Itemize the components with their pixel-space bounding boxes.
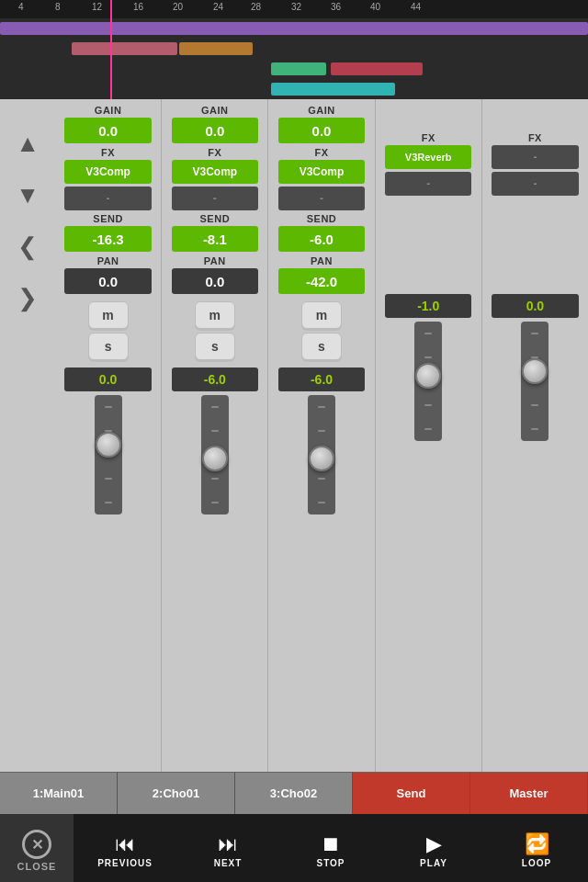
fader-knob-send[interactable] [415, 363, 441, 389]
ruler-mark: 8 [55, 2, 61, 12]
timeline: 4 8 12 16 20 24 28 32 36 40 44 [0, 0, 588, 99]
send-value-ch2[interactable]: -8.1 [172, 226, 258, 252]
channel-strips: GAIN 0.0 FX V3Comp - SEND -16.3 PAN 0.0 … [55, 99, 588, 772]
pan-label-ch1: PAN [97, 255, 119, 266]
ruler-mark: 24 [213, 2, 223, 12]
fader-knob-ch1[interactable] [96, 432, 121, 458]
fader-section-ch1: 0.0 [59, 368, 157, 514]
fx-label-send: FX [422, 132, 435, 143]
track-row-4 [0, 79, 588, 99]
fx2-button-master[interactable]: - [492, 172, 578, 196]
loop-label: LOOP [522, 858, 551, 868]
stop-label: STOP [316, 858, 345, 868]
previous-label: PREVIOUS [97, 858, 153, 868]
ruler-mark: 16 [133, 2, 143, 12]
pan-label-ch3: PAN [311, 255, 333, 266]
fx1-button-master[interactable]: - [492, 145, 578, 169]
track-row-2 [0, 39, 588, 59]
send-label-ch2: SEND [200, 213, 231, 224]
channel-tabs: 1:Main01 2:Cho01 3:Cho02 Send Master [0, 772, 588, 814]
tab-cho02[interactable]: 3:Cho02 [235, 772, 353, 814]
pan-value-ch3[interactable]: -42.0 [278, 268, 365, 294]
track-block [0, 22, 588, 35]
fader-knob-ch2[interactable] [202, 446, 228, 471]
fader-value-ch2[interactable]: -6.0 [172, 368, 258, 391]
channel-master: FX - - 0.0 [482, 99, 588, 772]
nav-up-button[interactable]: ▲ [9, 127, 46, 160]
mute-button-ch2[interactable]: m [195, 301, 235, 329]
fx2-button-ch2[interactable]: - [172, 187, 258, 210]
channel-cho02: GAIN 0.0 FX V3Comp - SEND -6.0 PAN -42.0… [268, 99, 375, 772]
fader-value-master[interactable]: 0.0 [492, 294, 578, 318]
solo-button-ch3[interactable]: s [301, 333, 342, 360]
ruler-mark: 28 [251, 2, 261, 12]
ruler-mark: 44 [411, 2, 421, 12]
fx-label-ch2: FX [208, 147, 221, 158]
mute-solo-ch2: m s [165, 301, 264, 360]
fx1-button-send[interactable]: V3Reverb [385, 145, 471, 169]
fader-track-send[interactable] [414, 322, 442, 441]
mixer: ▲ ▼ ❮ ❯ GAIN 0.0 FX V3Comp - SEND -16.3 … [0, 99, 588, 772]
fader-value-send[interactable]: -1.0 [385, 294, 471, 318]
gain-label-ch1: GAIN [95, 105, 122, 116]
track-block [331, 62, 423, 75]
gain-value-ch2[interactable]: 0.0 [172, 118, 258, 143]
play-button[interactable]: ▶ PLAY [382, 814, 485, 882]
pan-value-ch2[interactable]: 0.0 [172, 268, 258, 294]
ruler-mark: 4 [18, 2, 24, 12]
fader-section-ch2: -6.0 [165, 368, 264, 514]
nav-left-button[interactable]: ❮ [9, 230, 46, 263]
fader-section-ch3: -6.0 [272, 368, 370, 514]
channel-main01: GAIN 0.0 FX V3Comp - SEND -16.3 PAN 0.0 … [55, 99, 162, 772]
fx2-button-ch3[interactable]: - [278, 187, 365, 210]
next-button[interactable]: ⏭ NEXT [176, 814, 279, 882]
close-button[interactable]: ✕ CLOSE [0, 814, 74, 882]
fader-track-master[interactable] [521, 322, 548, 441]
close-label: CLOSE [17, 861, 57, 872]
nav-right-button[interactable]: ❯ [9, 281, 46, 314]
previous-icon: ⏮ [115, 834, 135, 854]
next-icon: ⏭ [218, 834, 238, 854]
mute-button-ch1[interactable]: m [88, 301, 129, 329]
stop-button[interactable]: ⏹ STOP [279, 814, 382, 882]
fader-knob-ch3[interactable] [309, 446, 334, 471]
gain-value-ch3[interactable]: 0.0 [278, 118, 365, 143]
gain-value-ch1[interactable]: 0.0 [64, 118, 151, 143]
tab-main01[interactable]: 1:Main01 [0, 772, 118, 814]
tab-master[interactable]: Master [470, 772, 588, 814]
nav-down-button[interactable]: ▼ [9, 178, 46, 211]
mute-solo-ch1: m s [59, 301, 157, 360]
ruler-mark: 12 [92, 2, 102, 12]
fader-track-ch3[interactable] [308, 395, 335, 514]
fader-track-ch1[interactable] [95, 395, 122, 514]
track-row-3 [0, 59, 588, 79]
fader-track-ch2[interactable] [201, 395, 229, 514]
send-value-ch3[interactable]: -6.0 [278, 226, 365, 252]
tab-send[interactable]: Send [353, 772, 470, 814]
loop-icon: 🔁 [525, 834, 549, 854]
channel-cho01: GAIN 0.0 FX V3Comp - SEND -8.1 PAN 0.0 m… [162, 99, 268, 772]
fader-section-send: -1.0 [379, 294, 478, 441]
send-value-ch1[interactable]: -16.3 [64, 226, 151, 252]
mute-button-ch3[interactable]: m [301, 301, 342, 329]
fader-value-ch1[interactable]: 0.0 [64, 368, 151, 391]
track-block [271, 62, 326, 75]
fx1-button-ch2[interactable]: V3Comp [172, 160, 258, 184]
fx1-button-ch3[interactable]: V3Comp [278, 160, 365, 184]
solo-button-ch1[interactable]: s [88, 333, 129, 360]
ruler-mark: 40 [370, 2, 380, 12]
fx2-button-send[interactable]: - [385, 172, 471, 196]
pan-label-ch2: PAN [204, 255, 226, 266]
gain-label-ch2: GAIN [201, 105, 229, 116]
fader-value-ch3[interactable]: -6.0 [278, 368, 365, 391]
track-block [72, 42, 177, 55]
pan-value-ch1[interactable]: 0.0 [64, 268, 151, 294]
previous-button[interactable]: ⏮ PREVIOUS [74, 814, 176, 882]
fx2-button-ch1[interactable]: - [64, 187, 151, 210]
loop-button[interactable]: 🔁 LOOP [485, 814, 588, 882]
solo-button-ch2[interactable]: s [195, 333, 235, 360]
track-block [179, 42, 253, 55]
tab-cho01[interactable]: 2:Cho01 [118, 772, 235, 814]
fx1-button-ch1[interactable]: V3Comp [64, 160, 151, 184]
fader-knob-master[interactable] [522, 358, 548, 384]
